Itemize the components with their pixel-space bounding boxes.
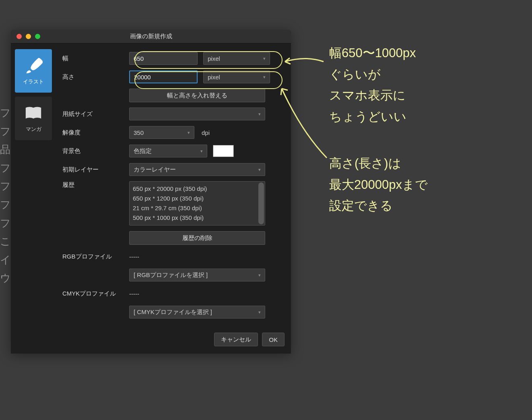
resolution-value: 350 bbox=[134, 129, 144, 136]
annotation-text-height: 高さ(長さ)は 最大20000pxまで 設定できる bbox=[329, 153, 428, 217]
chevron-down-icon: ▾ bbox=[188, 130, 190, 135]
sidebar-tab-label: イラスト bbox=[23, 78, 44, 85]
bgcolor-select[interactable]: 色指定 ▾ bbox=[129, 145, 207, 157]
swap-wh-button[interactable]: 幅と高さを入れ替える bbox=[129, 89, 265, 102]
brush-icon bbox=[24, 56, 43, 75]
chevron-down-icon: ▾ bbox=[258, 273, 261, 278]
window-title: 画像の新規作成 bbox=[11, 33, 291, 40]
chevron-down-icon: ▾ bbox=[258, 310, 261, 315]
width-input[interactable] bbox=[129, 52, 198, 65]
chevron-down-icon: ▾ bbox=[258, 167, 261, 172]
zoom-icon[interactable] bbox=[35, 34, 40, 39]
initial-layer-label: 初期レイヤー bbox=[62, 166, 129, 174]
chevron-down-icon: ▾ bbox=[263, 56, 266, 61]
initial-layer-select[interactable]: カラーレイヤー ▾ bbox=[129, 163, 265, 176]
cmyk-profile-select-text: [ CMYKプロファイルを選択 ] bbox=[134, 308, 212, 316]
minimize-icon[interactable] bbox=[26, 34, 31, 39]
height-input[interactable] bbox=[129, 70, 198, 83]
book-icon bbox=[24, 104, 43, 122]
rgb-profile-select-text: [ RGBプロファイルを選択 ] bbox=[134, 271, 208, 279]
rgb-profile-select[interactable]: [ RGBプロファイルを選択 ] ▾ bbox=[129, 269, 265, 281]
sidebar-tab-illust[interactable]: イラスト bbox=[15, 49, 52, 93]
history-item[interactable]: 500 px * 1000 px (350 dpi) bbox=[133, 213, 262, 223]
ok-button[interactable]: OK bbox=[262, 333, 285, 346]
height-unit-select[interactable]: pixel ▾ bbox=[203, 70, 270, 83]
paper-size-label: 用紙サイズ bbox=[62, 110, 129, 118]
width-label: 幅 bbox=[62, 55, 129, 62]
height-unit-value: pixel bbox=[208, 74, 220, 81]
cmyk-profile-label: CMYKプロファイル bbox=[62, 290, 129, 298]
history-item[interactable]: 650 px * 20000 px (350 dpi) bbox=[133, 184, 262, 194]
clear-history-button[interactable]: 履歴の削除 bbox=[129, 231, 265, 245]
history-listbox[interactable]: 650 px * 20000 px (350 dpi) 650 px * 120… bbox=[129, 181, 265, 226]
sidebar-tab-label: マンガ bbox=[26, 126, 41, 133]
sidebar-tab-manga[interactable]: マンガ bbox=[15, 97, 52, 140]
height-label: 高さ bbox=[62, 73, 129, 81]
category-sidebar: イラスト マンガ bbox=[15, 49, 52, 321]
close-icon[interactable] bbox=[16, 34, 22, 39]
cmyk-profile-select[interactable]: [ CMYKプロファイルを選択 ] ▾ bbox=[129, 306, 265, 319]
rgb-profile-value: ----- bbox=[129, 253, 139, 260]
history-item[interactable]: 21 cm * 29.7 cm (350 dpi) bbox=[133, 203, 262, 213]
initial-layer-value: カラーレイヤー bbox=[134, 166, 176, 174]
dialog-footer: キャンセル OK bbox=[11, 331, 291, 354]
width-unit-select[interactable]: pixel ▾ bbox=[203, 52, 270, 65]
titlebar: 画像の新規作成 bbox=[11, 30, 291, 43]
paper-size-select[interactable]: ▾ bbox=[129, 108, 265, 120]
chevron-down-icon: ▾ bbox=[258, 112, 261, 117]
form-area: 幅 pixel ▾ 高さ pixel ▾ bbox=[62, 49, 285, 321]
resolution-select[interactable]: 350 ▾ bbox=[129, 126, 194, 139]
cancel-button[interactable]: キャンセル bbox=[214, 333, 258, 346]
bgcolor-value: 色指定 bbox=[134, 147, 152, 155]
dialog-new-image: 画像の新規作成 イラスト マンガ 幅 pixel ▾ bbox=[11, 30, 291, 354]
history-item[interactable]: 650 px * 1200 px (350 dpi) bbox=[133, 194, 262, 203]
bgcolor-label: 背景色 bbox=[62, 147, 129, 155]
chevron-down-icon: ▾ bbox=[200, 149, 203, 154]
chevron-down-icon: ▾ bbox=[263, 74, 266, 80]
history-label: 履歴 bbox=[62, 181, 129, 189]
bgcolor-swatch[interactable] bbox=[213, 145, 234, 157]
cmyk-profile-value: ----- bbox=[129, 290, 139, 297]
traffic-lights bbox=[16, 34, 40, 39]
annotation-text-width: 幅650〜1000px ぐらいが スマホ表示に ちょうどいい bbox=[329, 43, 416, 128]
parent-app-edge: フフ品フフフフこイウ bbox=[0, 105, 9, 288]
resolution-unit: dpi bbox=[202, 129, 210, 136]
resolution-label: 解像度 bbox=[62, 129, 129, 137]
width-unit-value: pixel bbox=[208, 55, 220, 62]
rgb-profile-label: RGBプロファイル bbox=[62, 253, 129, 261]
